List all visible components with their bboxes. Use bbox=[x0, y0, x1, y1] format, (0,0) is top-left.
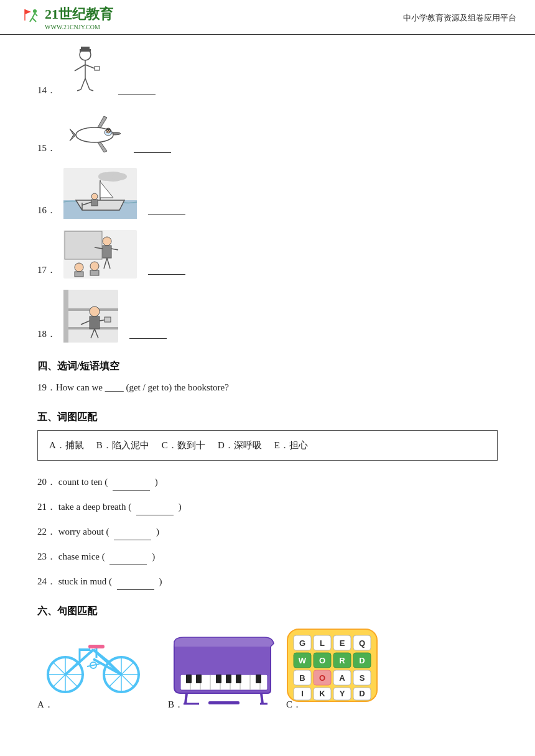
svg-rect-92 bbox=[216, 675, 221, 683]
word-option-E: E．担心 bbox=[274, 437, 308, 454]
piano-svg bbox=[168, 634, 280, 706]
match-q23: 23． chase mice ( ) bbox=[37, 548, 498, 565]
svg-point-30 bbox=[91, 193, 98, 200]
svg-rect-81 bbox=[180, 675, 268, 690]
svg-rect-13 bbox=[95, 67, 100, 70]
question-14: 14． bbox=[37, 46, 498, 99]
svg-rect-56 bbox=[105, 317, 111, 322]
q16-image bbox=[63, 168, 137, 219]
q14-blank[interactable] bbox=[118, 94, 156, 95]
svg-rect-37 bbox=[103, 246, 111, 258]
svg-text:Y: Y bbox=[340, 689, 345, 698]
svg-text:A: A bbox=[339, 673, 345, 683]
svg-point-26 bbox=[112, 173, 127, 180]
word-options-box: A．捕鼠 B．陷入泥中 C．数到十 D．深呼吸 E．担心 bbox=[37, 430, 498, 461]
q16-blank[interactable] bbox=[148, 214, 185, 215]
platform-name: 中小学教育资源及组卷应用平台 bbox=[403, 12, 516, 24]
svg-text:S: S bbox=[360, 673, 365, 683]
bicycle-svg bbox=[37, 628, 149, 696]
svg-text:B: B bbox=[299, 673, 305, 683]
img-A-label: A． bbox=[37, 699, 54, 711]
section5: 五、词图匹配 A．捕鼠 B．陷入泥中 C．数到十 D．深呼吸 E．担心 20． … bbox=[37, 411, 498, 590]
question-17: 17． bbox=[37, 230, 498, 279]
img-item-A: A． bbox=[37, 628, 149, 711]
q14-num: 14． bbox=[37, 85, 57, 99]
svg-rect-51 bbox=[90, 316, 100, 329]
match-q22-text: worry about ( bbox=[58, 527, 109, 537]
match-q21-text: take a deep breath ( bbox=[58, 502, 131, 512]
svg-rect-94 bbox=[236, 675, 241, 683]
svg-point-0 bbox=[33, 9, 37, 13]
svg-text:O: O bbox=[319, 673, 325, 683]
logo-text-block: 21世纪教育 WWW.21CNJY.COM bbox=[45, 5, 113, 30]
section4: 四、选词/短语填空 19．How can we ____ (get / get … bbox=[37, 360, 498, 396]
bicycle-image bbox=[37, 628, 149, 696]
svg-text:O: O bbox=[319, 656, 325, 665]
svg-line-4 bbox=[35, 13, 37, 16]
svg-line-12 bbox=[85, 65, 95, 68]
svg-rect-90 bbox=[186, 675, 192, 683]
match-q20-num: 20． bbox=[37, 477, 56, 487]
q18-image bbox=[63, 290, 118, 343]
q15-blank[interactable] bbox=[134, 152, 171, 153]
svg-point-25 bbox=[98, 172, 113, 181]
match-q20: 20． count to ten ( ) bbox=[37, 473, 498, 491]
q18-blank[interactable] bbox=[129, 338, 167, 339]
q16-num: 16． bbox=[37, 205, 57, 219]
svg-text:E: E bbox=[340, 638, 345, 648]
section6-images: A． bbox=[37, 628, 498, 711]
match-q24-num: 24． bbox=[37, 576, 56, 586]
svg-marker-6 bbox=[25, 9, 31, 14]
match-q22: 22． worry about ( ) bbox=[37, 523, 498, 540]
match-q24-close: ) bbox=[159, 576, 162, 586]
match-q21-num: 21． bbox=[37, 502, 56, 512]
match-q24-text: stuck in mud ( bbox=[58, 576, 112, 586]
match-q20-text: count to ten ( bbox=[58, 477, 108, 487]
word-option-A: A．捕鼠 bbox=[49, 437, 84, 454]
svg-point-36 bbox=[103, 237, 111, 246]
q15-num: 15． bbox=[37, 142, 57, 157]
svg-rect-35 bbox=[65, 231, 102, 259]
svg-rect-47 bbox=[63, 290, 68, 343]
match-q22-close: ) bbox=[156, 527, 159, 537]
svg-rect-95 bbox=[256, 675, 261, 683]
q14-image bbox=[63, 46, 107, 99]
img-item-B: B． bbox=[168, 634, 268, 711]
svg-rect-45 bbox=[90, 270, 99, 275]
svg-text:W: W bbox=[299, 656, 307, 665]
svg-text:D: D bbox=[359, 689, 365, 698]
svg-text:Q: Q bbox=[359, 638, 365, 648]
svg-text:R: R bbox=[339, 656, 345, 665]
match-q20-blank[interactable] bbox=[113, 473, 150, 491]
main-content: 14． 15． bbox=[0, 35, 535, 739]
svg-rect-44 bbox=[75, 272, 83, 277]
svg-line-17 bbox=[90, 90, 93, 91]
svg-rect-31 bbox=[91, 200, 98, 206]
section5-title: 五、词图匹配 bbox=[37, 411, 498, 424]
match-q21-blank[interactable] bbox=[136, 498, 174, 515]
q17-blank[interactable] bbox=[148, 274, 185, 275]
match-q22-blank[interactable] bbox=[114, 523, 151, 540]
svg-point-50 bbox=[90, 307, 100, 316]
q19-text: 19．How can we ____ (get / get to) the bo… bbox=[37, 379, 498, 396]
match-q23-blank[interactable] bbox=[109, 548, 147, 565]
svg-text:D: D bbox=[359, 656, 365, 665]
q18-num: 18． bbox=[37, 328, 57, 343]
logo-main-text: 21世纪教育 bbox=[45, 6, 113, 22]
match-q24: 24． stuck in mud ( ) bbox=[37, 573, 498, 590]
svg-line-3 bbox=[32, 18, 36, 22]
question-15: 15． bbox=[37, 110, 498, 157]
piano-image bbox=[168, 634, 268, 696]
svg-text:I: I bbox=[301, 689, 304, 698]
svg-text:G: G bbox=[299, 638, 305, 648]
section4-title: 四、选词/短语填空 bbox=[37, 360, 498, 373]
svg-rect-100 bbox=[208, 701, 240, 704]
match-q22-num: 22． bbox=[37, 527, 56, 537]
svg-line-96 bbox=[185, 693, 187, 704]
logo-area: 21世纪教育 WWW.21CNJY.COM bbox=[19, 5, 113, 30]
svg-line-16 bbox=[77, 90, 81, 91]
svg-line-2 bbox=[30, 18, 32, 22]
page-header: 21世纪教育 WWW.21CNJY.COM 中小学教育资源及组卷应用平台 bbox=[0, 0, 535, 35]
match-q24-blank[interactable] bbox=[117, 573, 154, 590]
svg-line-76 bbox=[90, 650, 91, 653]
